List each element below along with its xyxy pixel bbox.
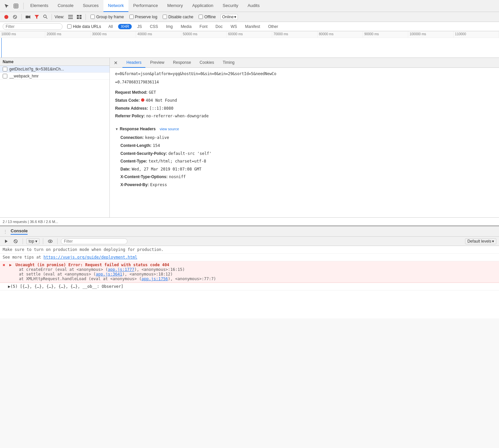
disable-cache-checkbox[interactable]: Disable cache xyxy=(163,15,193,19)
svg-rect-13 xyxy=(77,15,79,17)
request-checkbox[interactable] xyxy=(3,67,7,71)
tab-timing[interactable]: Timing xyxy=(219,58,239,68)
tab-response[interactable]: Response xyxy=(169,58,195,68)
svg-rect-15 xyxy=(77,17,79,19)
header-name: Remote Address: xyxy=(115,105,148,112)
header-value: [::1]:8080 xyxy=(149,105,173,112)
preserve-log-checkbox[interactable]: Preserve log xyxy=(129,15,157,19)
filter-xhr[interactable]: XHR xyxy=(118,24,132,29)
list-view-icon[interactable] xyxy=(67,13,74,21)
drag-handle[interactable]: ⋮ xyxy=(3,229,8,234)
filter-manifest[interactable]: Manifest xyxy=(243,24,263,30)
svg-point-3 xyxy=(4,15,8,19)
tick-10: 100000 ms xyxy=(408,31,453,38)
tick-6: 60000 ms xyxy=(227,31,272,38)
svg-rect-6 xyxy=(26,16,29,18)
camera-icon[interactable] xyxy=(24,13,32,21)
console-area: Make sure to turn on production mode whe… xyxy=(0,246,499,318)
tab-security[interactable]: Security xyxy=(218,0,243,12)
request-checkbox[interactable] xyxy=(3,74,7,78)
svg-line-5 xyxy=(14,16,16,18)
cursor-icon[interactable] xyxy=(3,2,11,10)
separator xyxy=(85,14,86,20)
filter-js[interactable]: JS xyxy=(134,24,144,30)
status-text: 2 / 13 requests | 36.6 KB / 2.6 M... xyxy=(3,220,58,224)
resp-header-content-type: Content-Type: text/html; charset=utf-8 xyxy=(115,158,494,166)
tab-preview[interactable]: Preview xyxy=(146,58,168,68)
record-button[interactable] xyxy=(3,13,10,21)
error-trace-3: at XMLHttpRequest.handleLoad (eval at <a… xyxy=(9,277,216,281)
search-icon[interactable] xyxy=(42,13,49,21)
inspect-box-icon[interactable] xyxy=(12,2,20,10)
tick-8: 80000 ms xyxy=(318,31,363,38)
request-item[interactable]: getDiscList?g_tk=5381&inCh... xyxy=(0,66,109,73)
tick-4: 40000 ms xyxy=(136,31,181,38)
tab-elements[interactable]: Elements xyxy=(26,0,53,12)
request-name: getDiscList?g_tk=5381&inCh... xyxy=(9,67,107,71)
tick-2: 20000 ms xyxy=(45,31,90,38)
devtools-tab-bar: Elements Console Sources Network Perform… xyxy=(0,0,499,12)
console-error: ✖ ▶ Uncaught (in promise) Error: Request… xyxy=(0,261,499,283)
tab-memory[interactable]: Memory xyxy=(163,0,188,12)
block-icon[interactable] xyxy=(12,238,19,245)
filter-font[interactable]: Font xyxy=(197,24,210,30)
tab-performance[interactable]: Performance xyxy=(128,0,162,12)
header-value: nosniff xyxy=(169,173,186,181)
header-row-status: Status Code: 404 Not Found xyxy=(115,97,494,105)
hide-data-urls-checkbox[interactable]: Hide data URLs xyxy=(67,24,101,29)
svg-rect-16 xyxy=(80,17,82,19)
online-dropdown[interactable]: Online ▾ xyxy=(221,14,238,20)
requests-panel: Name getDiscList?g_tk=5381&inCh... __web… xyxy=(0,58,110,217)
expand-icon[interactable]: ▶ xyxy=(9,263,12,267)
deployment-link[interactable]: https://vuejs.org/guide/deployment.html xyxy=(44,255,137,260)
filter-input[interactable] xyxy=(3,23,63,30)
default-levels-dropdown[interactable]: Default levels ▾ xyxy=(465,238,496,244)
tick-5: 50000 ms xyxy=(181,31,227,38)
filter-css[interactable]: CSS xyxy=(147,24,161,30)
filter-img[interactable]: Img xyxy=(163,24,175,30)
error-main-text: Uncaught (in promise) Error: Request fai… xyxy=(15,263,169,267)
resp-header-content-length: Content-Length: 154 xyxy=(115,142,494,150)
request-name: __webpack_hmr xyxy=(9,74,107,78)
resp-header-connection: Connection: keep-alive xyxy=(115,134,494,142)
filter-all[interactable]: All xyxy=(106,24,115,30)
filter-doc[interactable]: Doc xyxy=(213,24,225,30)
filter-bar: Hide data URLs All XHR JS CSS Img Media … xyxy=(0,22,499,31)
tab-console[interactable]: Console xyxy=(53,0,78,12)
tab-network[interactable]: Network xyxy=(103,0,129,12)
header-row-method: Request Method: GET xyxy=(115,89,494,97)
frame-view-icon[interactable] xyxy=(76,13,83,21)
tab-audits[interactable]: Audits xyxy=(243,0,264,12)
svg-point-21 xyxy=(50,241,51,242)
context-selector[interactable]: top ▾ xyxy=(26,238,40,244)
close-details-button[interactable]: ✕ xyxy=(112,59,119,66)
header-value: 404 Not Found xyxy=(146,97,177,104)
group-by-frame-checkbox[interactable]: Group by frame xyxy=(90,15,124,19)
filter-icon[interactable] xyxy=(33,13,40,21)
tab-headers[interactable]: Headers xyxy=(122,58,145,68)
filter-other[interactable]: Other xyxy=(265,24,281,30)
separator xyxy=(43,238,43,244)
status-bar: 2 / 13 requests | 36.6 KB / 2.6 M... xyxy=(0,217,499,225)
console-array-line[interactable]: ▶(5) [{…}, {…}, {…}, {…}, {…}, __ob__: O… xyxy=(0,283,499,290)
clear-button[interactable] xyxy=(11,13,19,21)
eye-icon[interactable] xyxy=(47,238,54,245)
chevron-down-icon: ▾ xyxy=(35,239,37,244)
tab-application[interactable]: Application xyxy=(188,0,218,12)
svg-line-9 xyxy=(46,17,47,19)
offline-checkbox[interactable]: Offline xyxy=(199,15,216,19)
filter-ws[interactable]: WS xyxy=(228,24,240,30)
console-filter-input[interactable] xyxy=(61,238,127,244)
tab-sources[interactable]: Sources xyxy=(78,0,103,12)
url-line-2: =0.7478683179836114 xyxy=(115,79,494,86)
console-message: See more tips at https://vuejs.org/guide… xyxy=(0,254,499,261)
filter-media[interactable]: Media xyxy=(178,24,194,30)
timeline-cursor xyxy=(1,38,2,57)
separator xyxy=(21,14,22,20)
tick-11: 110000 xyxy=(454,31,499,38)
header-name: X-Content-Type-Options: xyxy=(120,173,168,181)
request-item[interactable]: __webpack_hmr xyxy=(0,73,109,80)
play-icon[interactable] xyxy=(3,238,10,245)
tab-cookies[interactable]: Cookies xyxy=(196,58,218,68)
view-source-link[interactable]: view source xyxy=(160,126,179,133)
